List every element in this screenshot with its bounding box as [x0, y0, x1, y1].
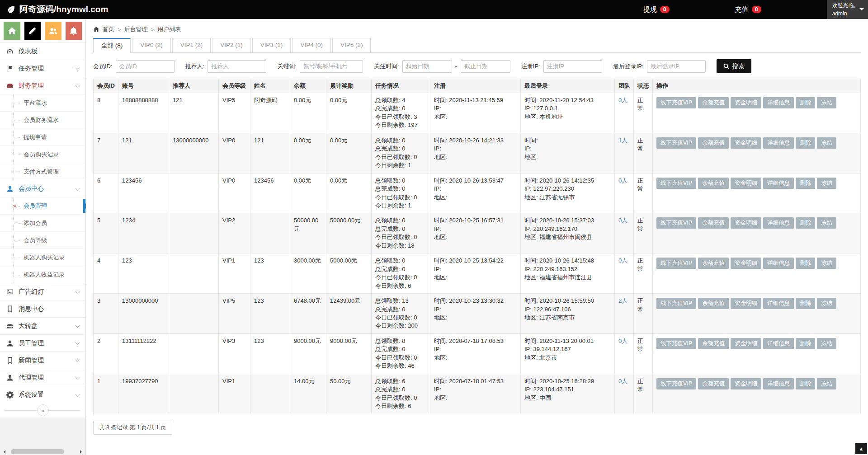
recharge-link[interactable]: 充值 0: [735, 0, 761, 19]
detail-info-button[interactable]: 详细信息: [763, 178, 794, 189]
offline-recharge-vip-button[interactable]: 线下充值VIP: [656, 338, 696, 349]
breadcrumb-item[interactable]: 后台管理: [124, 25, 148, 33]
funds-detail-button[interactable]: 资金明细: [731, 178, 761, 189]
withdraw-link[interactable]: 提现 0: [643, 0, 670, 19]
detail-info-button[interactable]: 详细信息: [763, 298, 794, 309]
detail-info-button[interactable]: 详细信息: [763, 258, 794, 269]
balance-recharge-button[interactable]: 余额充值: [698, 217, 729, 229]
sidebar-item-finance-management[interactable]: 财务管理: [0, 77, 85, 94]
funds-detail-button[interactable]: 资金明细: [731, 378, 761, 389]
offline-recharge-vip-button[interactable]: 线下充值VIP: [656, 137, 696, 149]
team-link[interactable]: 1人: [618, 137, 627, 144]
delete-button[interactable]: 删除: [796, 217, 815, 229]
team-link[interactable]: 0人: [618, 217, 627, 224]
freeze-button[interactable]: 冻结: [817, 217, 836, 229]
scroll-left-icon[interactable]: [2, 450, 5, 454]
offline-recharge-vip-button[interactable]: 线下充值VIP: [656, 378, 696, 389]
freeze-button[interactable]: 冻结: [817, 137, 836, 149]
sidebar-subitem-add-member[interactable]: 添加会员: [0, 214, 85, 231]
admin-menu[interactable]: 欢迎光临, admin: [827, 0, 868, 19]
sidebar-item-big-wheel[interactable]: 大转盘: [0, 317, 85, 334]
delete-button[interactable]: 删除: [796, 178, 815, 189]
funds-detail-button[interactable]: 资金明细: [731, 217, 761, 229]
team-link[interactable]: 0人: [618, 378, 627, 385]
balance-recharge-button[interactable]: 余额充值: [698, 378, 729, 389]
team-link[interactable]: 0人: [618, 177, 627, 184]
follow-time-start-input[interactable]: [402, 60, 452, 73]
freeze-button[interactable]: 冻结: [817, 97, 836, 108]
sidebar-subitem-member-level[interactable]: 会员等级: [0, 231, 85, 249]
back-to-top-button[interactable]: ▲: [855, 443, 867, 454]
delete-button[interactable]: 删除: [796, 338, 815, 349]
freeze-button[interactable]: 冻结: [817, 298, 836, 309]
delete-button[interactable]: 删除: [796, 258, 815, 269]
sidebar-item-ad-slides[interactable]: 广告幻灯: [0, 283, 85, 300]
team-link[interactable]: 2人: [618, 297, 627, 304]
freeze-button[interactable]: 冻结: [817, 258, 836, 269]
tab-vip2[interactable]: VIP2 (1): [212, 38, 251, 53]
offline-recharge-vip-button[interactable]: 线下充值VIP: [656, 258, 696, 269]
detail-info-button[interactable]: 详细信息: [763, 378, 794, 389]
balance-recharge-button[interactable]: 余额充值: [698, 258, 729, 269]
sidebar-subitem-member-finance-flow[interactable]: 会员财务流水: [0, 111, 85, 128]
sidebar-item-system-settings[interactable]: 系统设置: [0, 386, 85, 403]
detail-info-button[interactable]: 详细信息: [763, 97, 794, 108]
sidebar-subitem-withdraw-apply[interactable]: 提现申请: [0, 128, 85, 145]
tab-vip4[interactable]: VIP4 (0): [292, 38, 331, 53]
sidebar-subitem-platform-flow[interactable]: 平台流水: [0, 94, 85, 111]
funds-detail-button[interactable]: 资金明细: [731, 97, 761, 108]
team-link[interactable]: 0人: [618, 338, 627, 344]
quick-members-button[interactable]: [45, 22, 61, 40]
freeze-button[interactable]: 冻结: [817, 378, 836, 389]
sidebar-subitem-member-purchase-records[interactable]: 会员购买记录: [0, 145, 85, 163]
quick-edit-button[interactable]: [24, 22, 41, 40]
quick-home-button[interactable]: [4, 22, 20, 40]
sidebar-item-agent-management[interactable]: 代理管理: [0, 369, 85, 386]
collapse-button[interactable]: «: [37, 404, 49, 416]
balance-recharge-button[interactable]: 余额充值: [698, 137, 729, 149]
scrollbar-thumb[interactable]: [11, 449, 64, 454]
search-button[interactable]: 搜索: [717, 59, 751, 73]
sidebar-item-member-center[interactable]: 会员中心: [0, 180, 85, 197]
scroll-right-icon[interactable]: [80, 450, 84, 454]
tab-all[interactable]: 全部 (8): [93, 38, 131, 53]
detail-info-button[interactable]: 详细信息: [763, 217, 794, 229]
sidebar-item-news-management[interactable]: 新闻管理: [0, 352, 85, 369]
last-login-ip-input[interactable]: [647, 60, 706, 73]
delete-button[interactable]: 删除: [796, 137, 815, 149]
referrer-input[interactable]: [208, 60, 266, 73]
freeze-button[interactable]: 冻结: [817, 338, 836, 349]
follow-time-end-input[interactable]: [461, 60, 510, 73]
offline-recharge-vip-button[interactable]: 线下充值VIP: [656, 217, 696, 229]
sidebar-item-message-center[interactable]: 消息中心: [0, 300, 85, 317]
reg-ip-input[interactable]: [543, 60, 602, 73]
tab-vip0[interactable]: VIP0 (2): [132, 38, 171, 53]
sidebar-item-staff-management[interactable]: 员工管理: [0, 334, 85, 352]
sidebar-hscrollbar[interactable]: [0, 448, 85, 455]
delete-button[interactable]: 删除: [796, 378, 815, 389]
sidebar-subitem-robot-income-records[interactable]: 机器人收益记录: [0, 266, 85, 283]
balance-recharge-button[interactable]: 余额充值: [698, 97, 729, 108]
funds-detail-button[interactable]: 资金明细: [731, 258, 761, 269]
member-id-input[interactable]: [116, 60, 175, 73]
tab-vip3[interactable]: VIP3 (1): [252, 38, 291, 53]
tab-vip5[interactable]: VIP5 (2): [332, 38, 371, 53]
sidebar-item-task-management[interactable]: 任务管理: [0, 60, 85, 77]
balance-recharge-button[interactable]: 余额充值: [698, 298, 729, 309]
sidebar-subitem-member-management[interactable]: »会员管理: [0, 197, 85, 214]
offline-recharge-vip-button[interactable]: 线下充值VIP: [656, 298, 696, 309]
delete-button[interactable]: 删除: [796, 97, 815, 108]
funds-detail-button[interactable]: 资金明细: [731, 338, 761, 349]
breadcrumb-item[interactable]: 首页: [103, 25, 114, 33]
team-link[interactable]: 0人: [618, 97, 627, 103]
detail-info-button[interactable]: 详细信息: [763, 137, 794, 149]
funds-detail-button[interactable]: 资金明细: [731, 298, 761, 309]
freeze-button[interactable]: 冻结: [817, 178, 836, 189]
team-link[interactable]: 0人: [618, 257, 627, 264]
funds-detail-button[interactable]: 资金明细: [731, 137, 761, 149]
balance-recharge-button[interactable]: 余额充值: [698, 338, 729, 349]
tab-vip1[interactable]: VIP1 (2): [172, 38, 211, 53]
sidebar-subitem-robot-purchase-records[interactable]: 机器人购买记录: [0, 249, 85, 266]
balance-recharge-button[interactable]: 余额充值: [698, 178, 729, 189]
quick-notifications-button[interactable]: [66, 22, 82, 40]
